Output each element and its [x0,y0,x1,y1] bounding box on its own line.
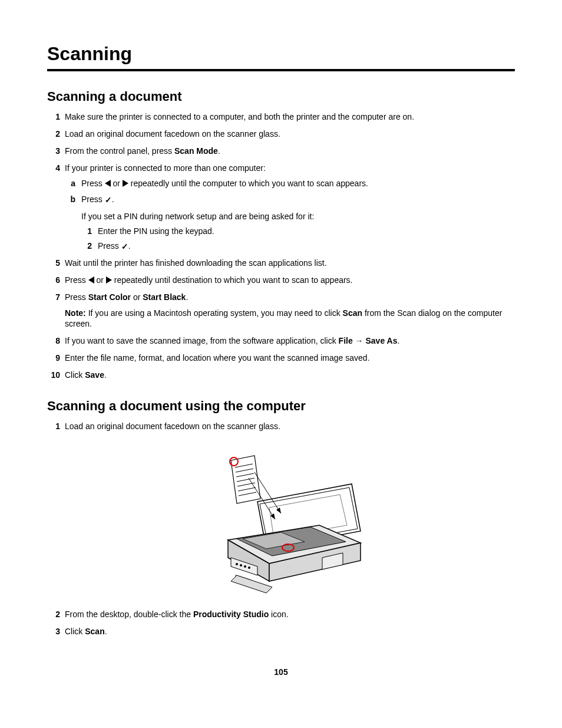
text: repeatedly until the computer to which y… [128,179,368,188]
text: Press [81,179,105,188]
step: If your printer is connected to more tha… [47,163,515,252]
text: If your printer is connected to more tha… [65,163,266,173]
sub-steps-alpha: Press or repeatedly until the computer t… [65,178,515,251]
text: repeatedly until destination to which yo… [112,275,353,285]
text: Press [98,241,121,251]
text: Press [81,195,105,204]
step: If you want to save the scanned image, f… [47,335,515,347]
page-number: 105 [47,667,515,678]
svg-point-24 [240,564,242,566]
text: If you are using a Macintosh operating s… [86,308,343,318]
step: Click Save. [47,370,515,381]
step: Load an original document facedown on th… [47,129,515,140]
text: Press [65,292,88,302]
triangle-left-icon [88,276,94,284]
step: Make sure the printer is connected to a … [47,111,515,123]
text: . [186,292,188,302]
pin-block: If you set a PIN during network setup an… [81,211,515,252]
bold: Scan Mode [174,146,218,156]
step: Press Start Color or Start Black. Note: … [47,292,515,330]
step: Load an original document facedown on th… [47,421,515,599]
triangle-right-icon [106,276,112,284]
bold: Start Black [143,292,186,302]
text: Enter the PIN using the keypad. [98,226,214,236]
bold: Start Color [88,292,131,302]
bold: Save [85,370,104,380]
sub-step: Press ✓. If you set a PIN during network… [65,194,515,252]
bold: Scan [343,308,362,318]
checkmark-icon: ✓ [105,195,112,206]
text: Load an original document facedown on th… [65,421,280,431]
step: Wait until the printer has finished down… [47,258,515,269]
text: . [105,627,107,636]
text: or [131,292,143,302]
bold: File [339,336,353,345]
section-heading-2: Scanning a document using the computer [47,397,515,415]
bold: Save As [365,336,397,345]
step: Press or repeatedly until destination to… [47,275,515,286]
note: Note: If you are using a Macintosh opera… [65,308,515,330]
text: . [218,146,220,156]
text: From the desktop, double-click the [65,610,193,619]
section-heading-1: Scanning a document [47,88,515,106]
svg-point-26 [248,566,250,569]
sub-steps-num: Enter the PIN using the keypad. Press ✓. [81,226,515,252]
text: From the control panel, press [65,146,174,156]
text: Enter the file name, format, and locatio… [65,353,370,363]
sub-num-step: Press ✓. [81,241,515,252]
steps-section-2: Load an original document facedown on th… [47,421,515,638]
text: If you set a PIN during network setup an… [81,212,314,221]
svg-point-23 [236,563,238,565]
text: Click [65,370,85,380]
text: . [112,195,114,204]
step: Click Scan. [47,626,515,637]
text: . [104,370,107,380]
text: Click [65,627,85,636]
svg-point-25 [244,565,246,568]
bold: Productivity Studio [193,610,269,619]
text: Wait until the printer has finished down… [65,258,327,268]
sub-step: Press or repeatedly until the computer t… [65,178,515,189]
text: or [94,275,106,285]
text: Load an original document facedown on th… [65,129,280,139]
arrow-right-icon: → [355,336,363,345]
step: From the desktop, double-click the Produ… [47,609,515,620]
step: Enter the file name, format, and locatio… [47,353,515,364]
steps-section-1: Make sure the printer is connected to a … [47,111,515,381]
text: Press [65,275,88,285]
triangle-right-icon [123,180,128,187]
page-title: Scanning [47,41,515,71]
printer-svg [216,443,363,596]
text: . [397,336,399,345]
checkmark-icon: ✓ [121,241,128,252]
printer-illustration [65,443,515,599]
note-label: Note: [65,308,86,318]
step: From the control panel, press Scan Mode. [47,146,515,157]
triangle-left-icon [105,180,111,187]
text: Make sure the printer is connected to a … [65,112,414,121]
text: or [111,179,123,188]
bold: Scan [85,627,104,636]
sub-num-step: Enter the PIN using the keypad. [81,226,515,237]
text: icon. [269,610,288,619]
text: If you want to save the scanned image, f… [65,336,339,345]
text: . [128,241,131,251]
